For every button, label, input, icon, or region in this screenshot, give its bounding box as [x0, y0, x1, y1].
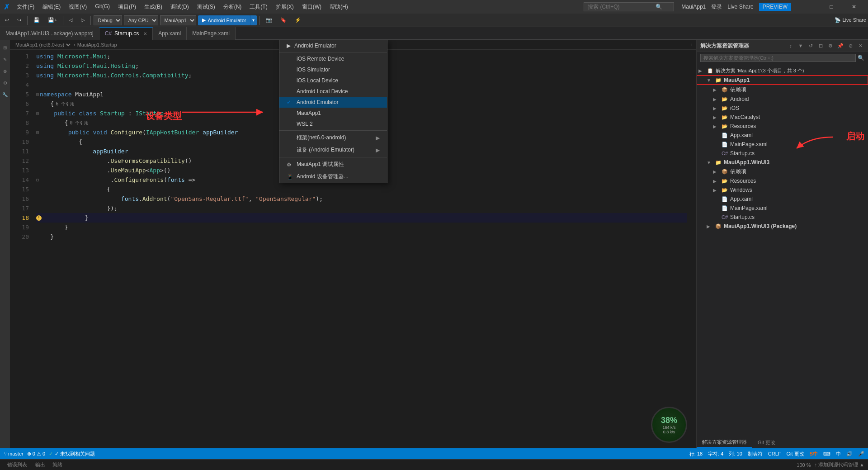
expand-android[interactable]: ▶ — [713, 97, 719, 102]
live-share-toolbar[interactable]: 📡 Live Share — [835, 17, 866, 23]
tree-winui3-package[interactable]: ▶ 📦 MauiApp1.WinUI3 (Package) — [697, 222, 868, 231]
run-split-button[interactable]: ▾ — [250, 15, 257, 25]
tab-wapproj[interactable]: MauiApp1.WinUI3...ackage).wapproj — [0, 27, 99, 40]
undo-button[interactable]: ↩ — [2, 16, 12, 24]
tree-solution-root[interactable]: ▶ 📋 解决方案 'MauiApp1'(3 个项目，共 3 个) — [697, 66, 868, 75]
solution-search-input[interactable] — [700, 54, 856, 62]
solution-search-icon[interactable]: 🔍 — [858, 55, 864, 61]
tree-maccatalyst[interactable]: ▶ 📂 MacCatalyst — [697, 113, 868, 122]
panel-refresh-icon[interactable]: ↺ — [807, 42, 815, 50]
editor-scrollbar[interactable] — [691, 50, 696, 448]
expand-res2[interactable]: ▶ — [713, 179, 719, 184]
dropdown-device[interactable]: 设备 (Android Emulator) ▶ — [279, 144, 387, 156]
expand-package[interactable]: ▶ — [707, 224, 713, 229]
forward-button[interactable]: ▷ — [78, 16, 88, 24]
tab-git-changes[interactable]: Git 更改 — [752, 437, 781, 448]
login-button[interactable]: 登录 — [711, 3, 722, 11]
tree-android[interactable]: ▶ 📂 Android — [697, 95, 868, 104]
tab-startup[interactable]: C# Startup.cs ✕ — [99, 27, 153, 40]
tree-ios[interactable]: ▶ 📂 iOS — [697, 104, 868, 113]
back-button[interactable]: ◁ — [66, 16, 76, 24]
collapse-14[interactable]: ⊟ — [36, 175, 39, 185]
dropdown-mauiapp1[interactable]: MauiApp1 — [279, 108, 387, 119]
close-button[interactable]: ✕ — [844, 0, 864, 14]
menu-git[interactable]: Git(G) — [91, 2, 113, 12]
search-input[interactable] — [588, 4, 656, 10]
config-select[interactable]: Debug — [94, 15, 122, 25]
tab-appxaml[interactable]: App.xaml — [153, 27, 187, 40]
expand-ios[interactable]: ▶ — [713, 106, 719, 111]
menu-help[interactable]: 帮助(H) — [326, 2, 352, 12]
tree-resources-2[interactable]: ▶ 📂 Resources — [697, 176, 868, 185]
project-select[interactable]: MauiApp1 — [160, 15, 196, 25]
expand-mauiapp1[interactable]: ▼ — [707, 78, 713, 83]
menu-file[interactable]: 文件(F) — [13, 2, 38, 12]
expand-solution[interactable]: ▶ — [698, 68, 705, 73]
expand-mac[interactable]: ▶ — [713, 115, 719, 120]
panel-settings-icon[interactable]: ⚙ — [826, 42, 835, 50]
menu-project[interactable]: 项目(P) — [114, 2, 140, 12]
collapse-7[interactable]: ⊟ — [36, 109, 39, 118]
sidebar-icon-4[interactable]: ⚙ — [1, 79, 9, 87]
sidebar-icon-2[interactable]: ✎ — [1, 55, 9, 63]
tree-mauiapp1-project[interactable]: ▼ 📁 MauiApp1 — [697, 76, 868, 85]
collapse-9[interactable]: ⊟ — [36, 128, 39, 137]
tree-dependencies-1[interactable]: ▶ 📦 依赖项 — [697, 85, 868, 95]
expand-winui3[interactable]: ▼ — [707, 160, 713, 165]
dropdown-framework[interactable]: 框架(net6.0-android) ▶ — [279, 132, 387, 144]
tab-output[interactable]: 输出 — [32, 461, 49, 469]
tree-startup-cs-2[interactable]: C# Startup.cs — [697, 213, 868, 222]
dropdown-android-emulator-header[interactable]: ▶ Android Emulator — [279, 40, 387, 51]
panel-sync-icon[interactable]: ↕ — [787, 42, 795, 50]
tab-error-list[interactable]: 错误列表 — [4, 461, 31, 469]
menu-analyze[interactable]: 分析(N) — [220, 2, 245, 12]
menu-extensions[interactable]: 扩展(X) — [272, 2, 297, 12]
menu-view[interactable]: 视图(V) — [65, 2, 90, 12]
status-git-label[interactable]: Git 更改 — [787, 451, 804, 457]
tree-startup-cs-1[interactable]: C# Startup.cs — [697, 149, 868, 158]
panel-close-icon[interactable]: ✕ — [856, 42, 864, 50]
status-errors[interactable]: ⊗ 0 ⚠ 0 — [27, 451, 45, 457]
tree-appxaml-1[interactable]: 📄 App.xaml — [697, 131, 868, 140]
dropdown-android-local[interactable]: Android Local Device — [279, 86, 387, 97]
expand-res1[interactable]: ▶ — [713, 124, 719, 129]
toolbar-extra-2[interactable]: 🔖 — [277, 16, 290, 24]
project-breadcrumb[interactable]: MauiApp1 (net6.0-ios) — [14, 42, 72, 48]
status-branch[interactable]: ⑂ master — [4, 451, 24, 456]
sidebar-icon-1[interactable]: ⊞ — [1, 43, 9, 52]
menu-edit[interactable]: 编辑(E) — [39, 2, 64, 12]
tab-solution-explorer[interactable]: 解决方案资源管理器 — [697, 437, 752, 448]
toolbar-extra-1[interactable]: 📷 — [263, 16, 275, 24]
dropdown-ios-remote[interactable]: iOS Remote Device — [279, 53, 387, 64]
run-button[interactable]: ▶ Android Emulator — [198, 15, 250, 25]
sidebar-icon-3[interactable]: ⊗ — [1, 67, 9, 75]
tree-windows[interactable]: ▶ 📂 Windows — [697, 185, 868, 195]
dropdown-device-manager[interactable]: 📱 Android 设备管理器... — [279, 171, 387, 183]
dropdown-android-emulator-item[interactable]: ✓ Android Emulator — [279, 97, 387, 108]
live-share-button[interactable]: Live Share — [727, 4, 753, 10]
collapse-5[interactable]: ⊟ — [36, 90, 39, 99]
editor-scroll-right[interactable]: + — [690, 42, 693, 47]
menu-window[interactable]: 窗口(W) — [298, 2, 325, 12]
dropdown-ios-local[interactable]: iOS Local Device — [279, 75, 387, 86]
expand-dep-1[interactable]: ▶ — [713, 87, 719, 92]
panel-filter-icon[interactable]: ▼ — [797, 42, 805, 50]
save-button[interactable]: 💾 — [30, 16, 43, 24]
add-source-control[interactable]: ↑ 添加到源代码管理 ▲ — [815, 461, 865, 468]
panel-pin-icon[interactable]: 📌 — [836, 42, 844, 50]
toolbar-extra-3[interactable]: ⚡ — [292, 16, 304, 24]
dropdown-ios-simulator[interactable]: iOS Simulator — [279, 64, 387, 75]
sidebar-icon-5[interactable]: 🔧 — [1, 90, 9, 99]
tree-winui3-project[interactable]: ▼ 📁 MauiApp1.WinUI3 — [697, 158, 868, 167]
platform-select[interactable]: Any CPU — [124, 15, 158, 25]
dropdown-debug-props[interactable]: ⚙ MauiApp1 调试属性 — [279, 158, 387, 171]
menu-test[interactable]: 测试(S) — [193, 2, 219, 12]
tree-dependencies-2[interactable]: ▶ 📦 依赖项 — [697, 167, 868, 176]
expand-win[interactable]: ▶ — [713, 188, 719, 193]
panel-collapse-icon[interactable]: ⊟ — [816, 42, 825, 50]
menu-build[interactable]: 生成(B) — [141, 2, 166, 12]
tree-mainpagexaml-1[interactable]: 📄 MainPage.xaml — [697, 140, 868, 149]
expand-dep2[interactable]: ▶ — [713, 169, 719, 174]
tree-appxaml-2[interactable]: 📄 App.xaml — [697, 195, 868, 204]
save-all-button[interactable]: 💾+ — [45, 16, 60, 24]
